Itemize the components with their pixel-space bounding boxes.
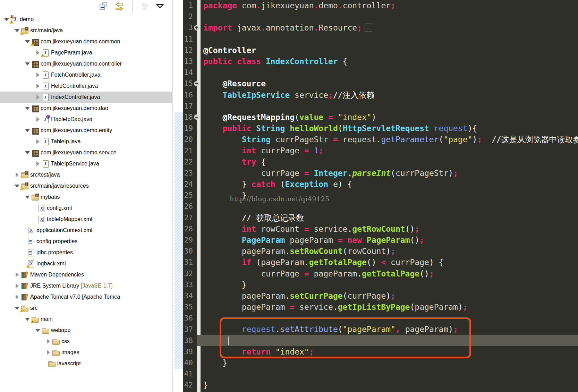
link-with-editor-icon[interactable] xyxy=(114,2,125,12)
code-line-29[interactable]: PageParam pageParam = new PageParam(); xyxy=(197,235,578,246)
code-line-16[interactable]: TableIpService service;//注入依赖 xyxy=(197,90,578,101)
tree-item-src-test-java[interactable]: src/test/java xyxy=(0,169,172,180)
code-line-38[interactable] xyxy=(197,335,578,346)
code-line-34[interactable]: pageParam.setCurrPage(currPage); xyxy=(197,290,578,301)
code-line-25[interactable]: } xyxy=(197,190,578,201)
tree-item-itableipdao-java[interactable]: ITableIpDao.java xyxy=(0,114,172,125)
disclosure-triangle[interactable] xyxy=(34,50,42,55)
tree-item-src-main-java[interactable]: src/main/java xyxy=(0,25,172,36)
code-line-31[interactable]: if (pageParam.getTotalPage() < currPage)… xyxy=(197,257,578,268)
disclosure-triangle[interactable] xyxy=(34,117,42,122)
tree-item-src[interactable]: src xyxy=(0,302,172,314)
disclosure-triangle[interactable] xyxy=(44,350,52,355)
code-line-12[interactable]: @Controller xyxy=(197,45,578,56)
code-line-1[interactable]: package com.jikexueyuan.demo.controller; xyxy=(197,0,578,11)
code-line-30[interactable]: pageParam.setRowCount(rowCount); xyxy=(197,246,578,257)
tree-item-applicationcontext-xml[interactable]: applicationContext.xml xyxy=(0,225,172,236)
disclosure-triangle[interactable] xyxy=(24,129,31,132)
fold-expand-icon[interactable] xyxy=(194,25,199,31)
tree-item-jre-system-library-[interactable]: JRE System Library [JavaSE-1.7] xyxy=(0,280,172,291)
disclosure-triangle[interactable] xyxy=(34,84,42,88)
code-line-3[interactable]: import javax.annotation.Resource;.. xyxy=(197,22,578,33)
code-line-28[interactable]: int rowCount = service.getRowCount(); xyxy=(197,223,578,235)
disclosure-triangle[interactable] xyxy=(24,318,31,321)
tree-item-tableipservice-java[interactable]: TableIpService.java xyxy=(0,158,172,169)
fold-collapse-icon[interactable] xyxy=(194,81,199,86)
code-line-20[interactable]: String currPageStr = request.getParamete… xyxy=(197,134,578,145)
code-line-32[interactable]: currPage = pageParam.getTotalPage(); xyxy=(197,268,578,279)
tree-item-main[interactable]: main xyxy=(0,314,172,325)
tree-item-src-main-java-resources[interactable]: src/main/java/resources xyxy=(0,180,172,191)
code-line-11[interactable] xyxy=(197,34,578,45)
tree-item-pageparam-java[interactable]: PageParam.java xyxy=(0,47,172,58)
disclosure-triangle[interactable] xyxy=(24,107,31,110)
folded-imports-box[interactable]: .. xyxy=(365,24,372,32)
code-line-14[interactable] xyxy=(197,67,578,78)
focus-icon[interactable] xyxy=(140,2,151,12)
tree-item-logback-xml[interactable]: logback.xml xyxy=(0,258,172,269)
code-line-41[interactable] xyxy=(197,368,578,380)
collapse-all-icon[interactable] xyxy=(99,2,109,12)
disclosure-triangle[interactable] xyxy=(34,161,42,166)
tree-item-mybatis[interactable]: mybatis xyxy=(0,191,172,203)
tree-item-com-jikexueyuan-demo-service[interactable]: com.jikexueyuan.demo.service xyxy=(0,147,172,158)
disclosure-triangle[interactable] xyxy=(44,339,52,344)
disclosure-triangle[interactable] xyxy=(13,307,21,310)
disclosure-triangle[interactable] xyxy=(24,62,31,66)
tree-item-com-jikexueyuan-demo-dao[interactable]: com.jikexueyuan.demo.dao xyxy=(0,103,172,114)
disclosure-triangle[interactable] xyxy=(13,172,21,177)
tree-item-images[interactable]: images xyxy=(0,347,172,358)
code-line-35[interactable]: pageParam = service.getIpListByPage(page… xyxy=(197,301,578,313)
tree-item-tableip-java[interactable]: TableIp.java xyxy=(0,136,172,147)
disclosure-triangle[interactable] xyxy=(34,329,42,332)
tree-item-com-jikexueyuan-demo-controller[interactable]: com.jikexueyuan.demo.controller xyxy=(0,58,172,69)
code-line-23[interactable]: currPage = Integer.parseInt(currPageStr)… xyxy=(197,168,578,179)
tree-item-com-jikexueyuan-demo-entity[interactable]: com.jikexueyuan.demo.entity xyxy=(0,125,172,136)
code-line-2[interactable] xyxy=(197,11,578,22)
disclosure-triangle[interactable] xyxy=(13,295,21,299)
tree-item-apache-tomcat-v7-0-apache-tomca[interactable]: Apache Tomcat v7.0 [Apache Tomca xyxy=(0,291,172,302)
disclosure-triangle[interactable] xyxy=(13,29,21,32)
tree-item-maven-dependencies[interactable]: Maven Dependencies xyxy=(0,269,172,280)
tree-item-config-xml[interactable]: config.xml xyxy=(0,203,172,214)
code-line-40[interactable]: } xyxy=(197,357,578,368)
disclosure-triangle[interactable] xyxy=(24,151,31,154)
disclosure-triangle[interactable] xyxy=(34,73,42,77)
code-line-36[interactable] xyxy=(197,313,578,324)
disclosure-triangle[interactable] xyxy=(13,272,21,277)
code-line-43[interactable] xyxy=(197,391,578,392)
tree-item-css[interactable]: css xyxy=(0,336,172,347)
tree-item-helpcontroller-java[interactable]: HelpController.java xyxy=(0,80,172,92)
code-line-18[interactable]: @RequestMapping(value = "index") xyxy=(197,112,578,123)
code-line-39[interactable]: return "index"; xyxy=(197,346,578,357)
code-line-22[interactable]: try { xyxy=(197,156,578,168)
code-line-42[interactable]: } xyxy=(197,380,578,391)
disclosure-triangle[interactable] xyxy=(3,18,10,21)
tree-item-webapp[interactable]: webapp xyxy=(0,325,172,336)
tree-item-javascript[interactable]: javascript xyxy=(0,358,172,369)
tree-item-indexcontroller-java[interactable]: IndexController.java xyxy=(0,92,172,103)
code-line-13[interactable]: public class IndexController { xyxy=(197,56,578,67)
code-line-21[interactable]: int currPage = 1; xyxy=(197,145,578,156)
tree-item-jdbc-properties[interactable]: jdbc.properties xyxy=(0,247,172,258)
code-line-17[interactable] xyxy=(197,101,578,112)
disclosure-triangle[interactable] xyxy=(24,196,31,199)
code-line-24[interactable]: } catch (Exception e) { xyxy=(197,179,578,190)
tree-item-com-jikexueyuan-demo-common[interactable]: com.jikexueyuan.demo.common xyxy=(0,36,172,47)
code-line-33[interactable]: } xyxy=(197,279,578,290)
code-line-27[interactable]: // 获取总记录数 xyxy=(197,212,578,223)
tree-item-fetchcontroller-java[interactable]: FetchController.java xyxy=(0,69,172,80)
disclosure-triangle[interactable] xyxy=(34,139,42,144)
tree-item-demo[interactable]: Mdemo xyxy=(0,14,172,25)
disclosure-triangle[interactable] xyxy=(13,283,21,288)
code-line-19[interactable]: public String helloWorld(HttpServletRequ… xyxy=(197,123,578,134)
code-line-37[interactable]: request.setAttribute("pageParam", pagePa… xyxy=(197,324,578,335)
view-menu-icon[interactable] xyxy=(155,2,166,12)
disclosure-triangle[interactable] xyxy=(13,185,21,188)
disclosure-triangle[interactable] xyxy=(24,40,31,43)
disclosure-triangle[interactable] xyxy=(34,95,42,100)
tree-item-tableipmapper-xml[interactable]: tableIpMapper.xml xyxy=(0,214,172,225)
code-line-26[interactable] xyxy=(197,201,578,212)
code-line-15[interactable]: @Resource xyxy=(197,78,578,89)
tree-item-config-properties[interactable]: config.properties xyxy=(0,236,172,247)
